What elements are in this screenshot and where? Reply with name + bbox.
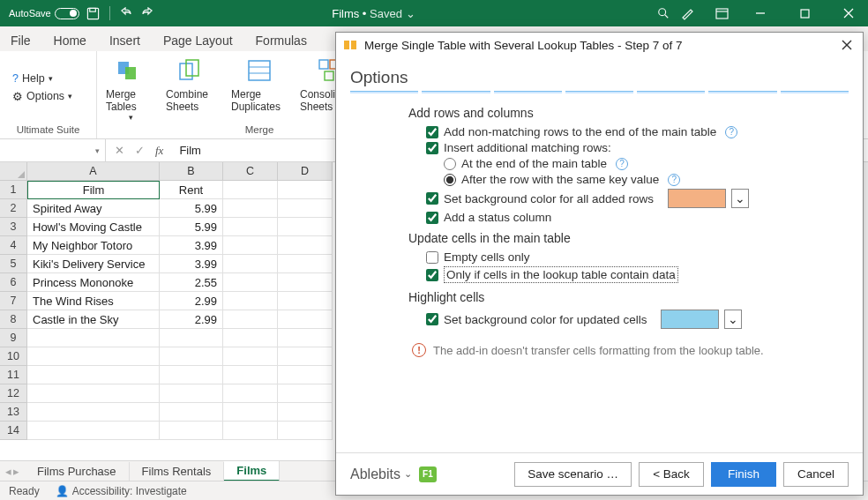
tab-page-layout[interactable]: Page Layout [161, 30, 235, 51]
col-header-B[interactable]: B [160, 162, 223, 181]
row-header[interactable]: 1 [0, 181, 27, 199]
opt-empty-only[interactable]: Empty cells only [426, 250, 849, 264]
opt-lookup-contain[interactable]: Only if cells in the lookup table contai… [426, 266, 849, 283]
cell[interactable] [223, 366, 278, 384]
cell[interactable] [223, 310, 278, 329]
maximize-button[interactable] [792, 0, 817, 26]
redo-icon[interactable] [140, 6, 154, 20]
ribbon-display-icon[interactable] [715, 6, 729, 20]
finish-button[interactable]: Finish [711, 462, 776, 487]
cell[interactable] [278, 255, 333, 273]
row-header[interactable]: 11 [0, 366, 27, 384]
tab-home[interactable]: Home [52, 30, 88, 51]
cell[interactable]: 5.99 [160, 218, 223, 236]
sheet-tab-films[interactable]: Films [224, 461, 280, 481]
opt-insert-additional[interactable]: Insert additional matching rows: [426, 141, 849, 154]
cell[interactable] [278, 403, 333, 422]
merge-tables-button[interactable]: Merge Tables▾ [106, 56, 155, 122]
cell[interactable]: 2.99 [160, 310, 223, 329]
search-icon[interactable] [656, 6, 670, 20]
options-button[interactable]: ⚙ Options ▾ [9, 89, 76, 104]
cancel-formula-icon[interactable]: ✕ [115, 144, 124, 157]
row-header[interactable]: 14 [0, 422, 27, 440]
cell[interactable] [278, 218, 333, 236]
row-header[interactable]: 13 [0, 403, 27, 422]
cell[interactable]: Spirited Away [27, 199, 160, 218]
row-header[interactable]: 8 [0, 310, 27, 329]
sheet-nav-prev-icon[interactable]: ◂ [5, 465, 11, 478]
cell[interactable] [278, 273, 333, 292]
row-header[interactable]: 7 [0, 292, 27, 310]
radio-at-end[interactable]: At the end of the main table? [444, 157, 849, 170]
cell[interactable] [160, 422, 223, 440]
tab-insert[interactable]: Insert [108, 30, 142, 51]
row-header[interactable]: 6 [0, 273, 27, 292]
cell[interactable] [223, 329, 278, 347]
row-header[interactable]: 2 [0, 199, 27, 218]
cell[interactable] [223, 218, 278, 236]
back-button[interactable]: < Back [639, 462, 704, 487]
cell[interactable] [27, 366, 160, 384]
cell[interactable] [27, 347, 160, 366]
cell[interactable] [223, 236, 278, 255]
combine-sheets-button[interactable]: Combine Sheets [166, 56, 221, 113]
cell[interactable]: 3.99 [160, 255, 223, 273]
chevron-down-icon[interactable]: ⌄ [724, 310, 742, 329]
cell[interactable] [223, 292, 278, 310]
cell[interactable] [278, 422, 333, 440]
autosave-toggle[interactable]: AutoSave [9, 8, 79, 19]
cell[interactable] [278, 347, 333, 366]
sheet-tab-films-rentals[interactable]: Films Rentals [130, 462, 225, 481]
row-header[interactable]: 12 [0, 384, 27, 403]
undo-icon[interactable] [119, 6, 133, 20]
cell[interactable] [160, 366, 223, 384]
cell[interactable] [223, 403, 278, 422]
row-header[interactable]: 4 [0, 236, 27, 255]
fx-icon[interactable]: fx [155, 144, 163, 158]
cell[interactable] [223, 422, 278, 440]
cell[interactable] [160, 329, 223, 347]
cell[interactable]: Rent [160, 181, 223, 199]
row-header[interactable]: 5 [0, 255, 27, 273]
cell[interactable] [278, 366, 333, 384]
help-icon[interactable]: ? [616, 158, 628, 170]
save-scenario-button[interactable]: Save scenario … [514, 462, 632, 487]
radio-after-key[interactable]: After the row with the same key value? [444, 173, 849, 186]
close-button[interactable] [836, 0, 861, 26]
cell[interactable] [278, 329, 333, 347]
ablebits-brand[interactable]: Ablebits ⌄ [350, 466, 412, 482]
col-header-A[interactable]: A [27, 162, 160, 181]
opt-bg-updated[interactable]: Set background color for updated cells ⌄ [426, 310, 849, 329]
cell[interactable] [223, 347, 278, 366]
cell[interactable]: Castle in the Sky [27, 310, 160, 329]
col-header-D[interactable]: D [278, 162, 333, 181]
minimize-button[interactable] [748, 0, 773, 26]
cell[interactable]: 2.55 [160, 273, 223, 292]
cell[interactable] [278, 236, 333, 255]
help-icon[interactable]: ? [668, 174, 680, 186]
row-header[interactable]: 9 [0, 329, 27, 347]
cell[interactable] [27, 329, 160, 347]
merge-duplicates-button[interactable]: Merge Duplicates [231, 56, 289, 113]
opt-status-column[interactable]: Add a status column [426, 211, 849, 224]
cell[interactable] [278, 199, 333, 218]
cell[interactable] [278, 384, 333, 403]
f1-help-icon[interactable]: F1 [419, 466, 437, 482]
pen-icon[interactable] [681, 6, 695, 20]
cell[interactable] [278, 292, 333, 310]
accept-formula-icon[interactable]: ✓ [135, 144, 145, 157]
tab-file[interactable]: File [9, 30, 33, 51]
cell[interactable] [27, 384, 160, 403]
opt-bg-added[interactable]: Set background color for all added rows … [426, 189, 849, 208]
color-picker-added[interactable] [668, 189, 726, 208]
cell[interactable] [223, 384, 278, 403]
sheet-nav-next-icon[interactable]: ▸ [13, 465, 19, 478]
sheet-tab-films-purchase[interactable]: Films Purchase [25, 462, 130, 481]
name-box[interactable]: ▾ [0, 139, 106, 161]
accessibility-status[interactable]: 👤Accessibility: Investigate [56, 485, 187, 497]
cell[interactable] [223, 273, 278, 292]
dialog-close-button[interactable] [838, 36, 856, 54]
cell[interactable]: 5.99 [160, 199, 223, 218]
cell[interactable]: Howl's Moving Castle [27, 218, 160, 236]
cell[interactable] [160, 403, 223, 422]
